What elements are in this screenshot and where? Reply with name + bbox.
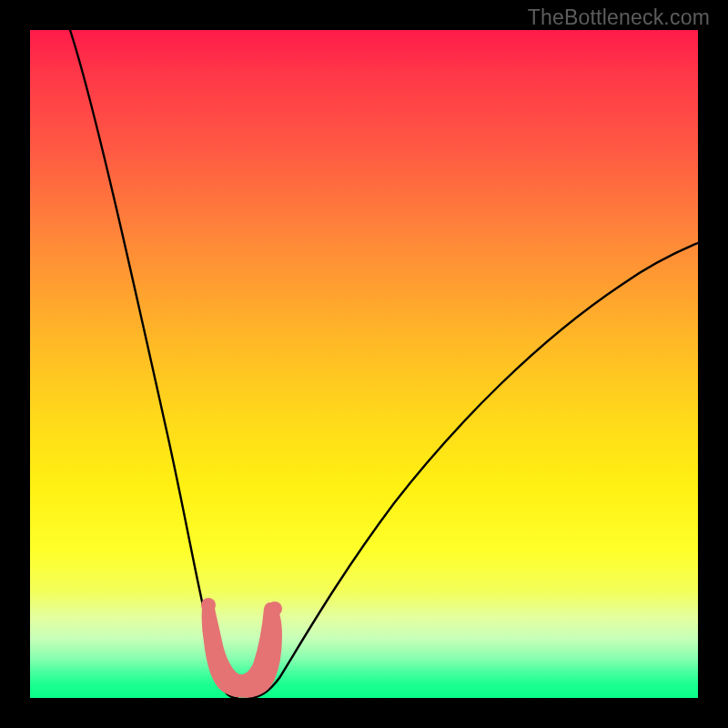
chart-overlay: [30, 30, 698, 698]
marker-dot: [205, 640, 219, 654]
marker-dot: [219, 678, 234, 693]
marker-dot: [265, 638, 279, 652]
chart-frame: TheBottleneck.com: [0, 0, 728, 728]
marker-dot: [232, 682, 247, 697]
marker-dot: [267, 618, 281, 632]
bottleneck-curve-right: [248, 243, 698, 698]
watermark-text: TheBottleneck.com: [528, 5, 710, 30]
marker-dot: [254, 672, 268, 687]
marker-dot: [202, 616, 217, 631]
bottleneck-curve-left: [70, 30, 238, 698]
marker-dot: [260, 658, 275, 672]
marker-dot: [201, 598, 216, 612]
marker-dot: [210, 663, 225, 678]
marker-dot: [268, 602, 282, 616]
